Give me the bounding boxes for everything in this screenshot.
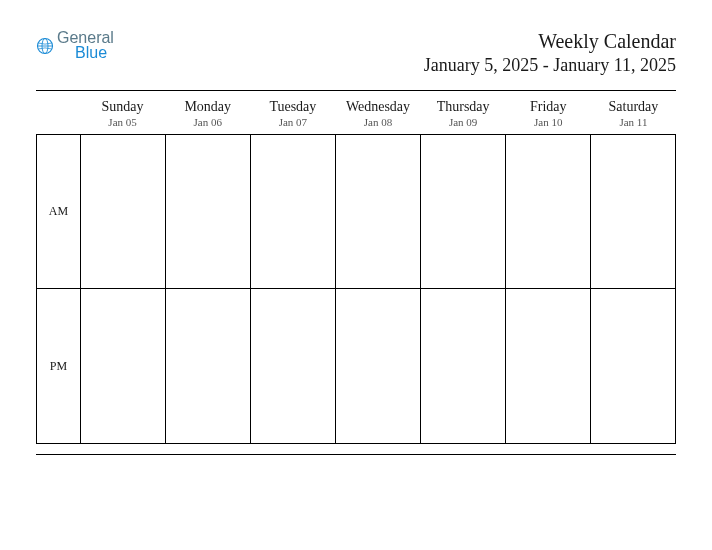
cell-mon-pm — [166, 289, 251, 444]
logo-word-blue: Blue — [57, 45, 114, 61]
logo: General Blue — [36, 30, 114, 61]
day-date: Jan 11 — [591, 116, 676, 128]
grid-row-pm: PM — [36, 289, 676, 444]
day-name: Sunday — [80, 99, 165, 115]
cell-tue-am — [251, 134, 336, 289]
day-date: Jan 06 — [165, 116, 250, 128]
day-headers: Sunday Jan 05 Monday Jan 06 Tuesday Jan … — [36, 99, 676, 134]
cell-sat-am — [591, 134, 676, 289]
day-name: Saturday — [591, 99, 676, 115]
day-name: Thursday — [421, 99, 506, 115]
cell-sat-pm — [591, 289, 676, 444]
divider-bottom — [36, 454, 676, 455]
day-date: Jan 09 — [421, 116, 506, 128]
time-label-pm: PM — [36, 289, 80, 444]
cell-sun-am — [80, 134, 166, 289]
day-header-saturday: Saturday Jan 11 — [591, 99, 676, 134]
day-header-friday: Friday Jan 10 — [506, 99, 591, 134]
day-date: Jan 08 — [335, 116, 420, 128]
page-title: Weekly Calendar — [424, 30, 676, 53]
day-header-tuesday: Tuesday Jan 07 — [250, 99, 335, 134]
cell-mon-am — [166, 134, 251, 289]
day-date: Jan 10 — [506, 116, 591, 128]
cell-sun-pm — [80, 289, 166, 444]
header: General Blue Weekly Calendar January 5, … — [36, 30, 676, 76]
day-date: Jan 05 — [80, 116, 165, 128]
day-header-wednesday: Wednesday Jan 08 — [335, 99, 420, 134]
day-name: Friday — [506, 99, 591, 115]
day-header-thursday: Thursday Jan 09 — [421, 99, 506, 134]
day-date: Jan 07 — [250, 116, 335, 128]
day-header-sunday: Sunday Jan 05 — [80, 99, 165, 134]
day-name: Wednesday — [335, 99, 420, 115]
cell-wed-pm — [336, 289, 421, 444]
cell-wed-am — [336, 134, 421, 289]
cell-thu-am — [421, 134, 506, 289]
calendar-grid: AM PM — [36, 134, 676, 444]
date-range: January 5, 2025 - January 11, 2025 — [424, 55, 676, 76]
time-label-am: AM — [36, 134, 80, 289]
divider-top — [36, 90, 676, 91]
cell-thu-pm — [421, 289, 506, 444]
time-col-spacer — [36, 99, 80, 134]
cell-fri-pm — [506, 289, 591, 444]
day-name: Tuesday — [250, 99, 335, 115]
day-header-monday: Monday Jan 06 — [165, 99, 250, 134]
calendar: Sunday Jan 05 Monday Jan 06 Tuesday Jan … — [36, 99, 676, 444]
cell-tue-pm — [251, 289, 336, 444]
grid-row-am: AM — [36, 134, 676, 289]
logo-text: General Blue — [57, 30, 114, 61]
day-name: Monday — [165, 99, 250, 115]
globe-icon — [36, 37, 54, 55]
title-block: Weekly Calendar January 5, 2025 - Januar… — [424, 30, 676, 76]
cell-fri-am — [506, 134, 591, 289]
